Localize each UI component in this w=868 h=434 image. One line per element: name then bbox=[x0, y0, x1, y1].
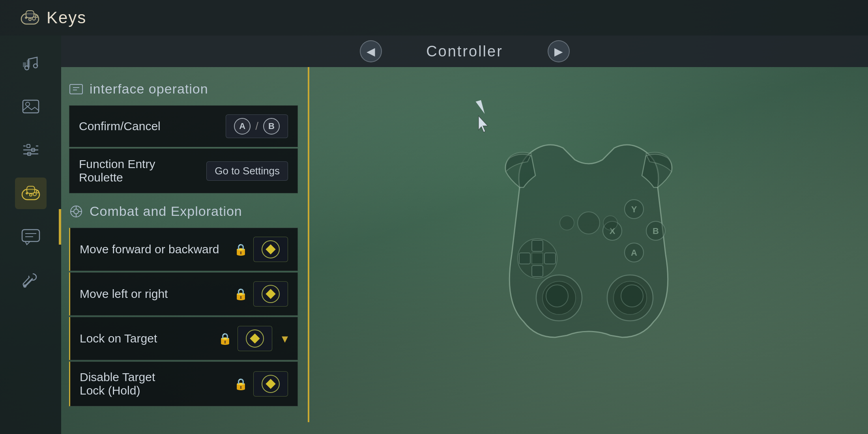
sidebar-item-music[interactable] bbox=[15, 47, 47, 79]
r-stick-badge-target: R bbox=[238, 326, 272, 351]
l-stick-badge-left: L bbox=[253, 281, 288, 307]
r-stick-target: R bbox=[246, 329, 264, 348]
binding-row-function[interactable]: Function EntryRoulette Go to Settings bbox=[69, 148, 298, 193]
header-title: Keys bbox=[0, 7, 86, 28]
svg-rect-39 bbox=[519, 253, 530, 264]
disable-lock-label: Disable TargetLock (Hold) bbox=[80, 370, 234, 397]
move-forward-label: Move forward or backward bbox=[80, 243, 234, 256]
nav-bar: ◀ Controller ▶ bbox=[61, 36, 868, 67]
gamepad-icon bbox=[20, 7, 40, 28]
svg-rect-37 bbox=[532, 240, 543, 251]
binding-row-confirm[interactable]: Confirm/Cancel A / B bbox=[69, 105, 298, 147]
svg-rect-41 bbox=[532, 253, 543, 264]
ab-button-badge: A / B bbox=[226, 114, 288, 138]
lock-icon-left: 🔒 bbox=[234, 288, 248, 301]
interface-section-title: interface operation bbox=[90, 81, 208, 97]
svg-rect-17 bbox=[27, 186, 35, 193]
svg-text:Y: Y bbox=[631, 204, 637, 214]
svg-rect-23 bbox=[22, 230, 39, 241]
header-bar: Keys bbox=[0, 0, 868, 36]
svg-point-56 bbox=[578, 212, 600, 234]
sidebar-item-chat[interactable] bbox=[15, 221, 47, 253]
lock-target-label: Lock on Target bbox=[80, 332, 218, 345]
go-to-settings-badge: Go to Settings bbox=[206, 161, 288, 181]
l-stick-left: L bbox=[262, 285, 280, 303]
settings-icon bbox=[21, 140, 41, 160]
nav-title: Controller bbox=[406, 43, 524, 60]
lock-icon-forward: 🔒 bbox=[234, 243, 248, 256]
r-stick-disable: R bbox=[262, 375, 280, 393]
function-entry-label: Function EntryRoulette bbox=[79, 157, 206, 184]
svg-rect-11 bbox=[23, 100, 39, 113]
dropdown-arrow-target[interactable]: ▾ bbox=[282, 331, 288, 346]
sidebar bbox=[0, 36, 61, 434]
svg-rect-10 bbox=[27, 60, 30, 67]
function-entry-keys: Go to Settings bbox=[206, 161, 288, 181]
a-button: A bbox=[234, 118, 251, 135]
sidebar-item-image[interactable] bbox=[15, 91, 47, 122]
confirm-cancel-keys: A / B bbox=[226, 114, 288, 138]
disable-lock-keys: 🔒 R bbox=[234, 371, 288, 397]
move-forward-keys: 🔒 L bbox=[234, 237, 288, 262]
binding-row-move-forward[interactable]: Move forward or backward 🔒 L bbox=[69, 228, 298, 271]
controller-icon-active bbox=[21, 183, 41, 204]
chat-icon bbox=[21, 226, 41, 247]
binding-row-disable-lock[interactable]: Disable TargetLock (Hold) 🔒 R bbox=[69, 361, 298, 406]
svg-point-57 bbox=[560, 216, 574, 230]
tools-icon bbox=[21, 270, 41, 290]
move-left-keys: 🔒 L bbox=[234, 281, 288, 307]
music-icon bbox=[21, 53, 41, 73]
combat-section-title: Combat and Exploration bbox=[90, 204, 242, 219]
sidebar-item-controller[interactable] bbox=[15, 178, 47, 209]
l-stick-forward: L bbox=[262, 240, 280, 258]
lock-icon-disable: 🔒 bbox=[234, 378, 248, 391]
svg-point-47 bbox=[621, 285, 643, 307]
header-title-text: Keys bbox=[47, 8, 86, 27]
binding-row-move-left[interactable]: Move left or right 🔒 L bbox=[69, 272, 298, 316]
sidebar-item-settings[interactable] bbox=[15, 134, 47, 166]
svg-text:A: A bbox=[631, 248, 637, 258]
combat-section-icon bbox=[69, 204, 83, 219]
binding-row-lock-target[interactable]: Lock on Target 🔒 R ▾ bbox=[69, 317, 298, 360]
svg-rect-40 bbox=[544, 253, 556, 264]
l-stick-badge-forward: L bbox=[253, 237, 288, 262]
dpad-visual bbox=[518, 239, 557, 278]
move-left-label: Move left or right bbox=[80, 287, 234, 301]
combat-section-header: Combat and Exploration bbox=[69, 197, 298, 225]
svg-point-58 bbox=[603, 216, 617, 230]
r-stick-badge-disable: R bbox=[253, 371, 288, 397]
controller-illustration: Y A B X bbox=[441, 116, 737, 385]
svg-rect-38 bbox=[532, 266, 543, 277]
svg-text:B: B bbox=[653, 226, 659, 236]
sidebar-item-tools[interactable] bbox=[15, 264, 47, 296]
svg-point-44 bbox=[546, 285, 568, 307]
vertical-divider bbox=[308, 67, 309, 422]
lock-icon-target: 🔒 bbox=[218, 332, 232, 345]
interface-section-icon bbox=[69, 82, 83, 96]
nav-next-button[interactable]: ▶ bbox=[548, 40, 570, 62]
go-to-settings-text: Go to Settings bbox=[215, 165, 280, 177]
controller-area: Y A B X bbox=[309, 67, 868, 434]
svg-point-12 bbox=[26, 102, 30, 106]
nav-prev-button[interactable]: ◀ bbox=[360, 40, 382, 62]
svg-rect-27 bbox=[70, 84, 82, 94]
svg-rect-13 bbox=[27, 144, 30, 148]
image-icon bbox=[21, 96, 41, 117]
interface-section-header: interface operation bbox=[69, 75, 298, 103]
main-content: interface operation Confirm/Cancel A / B… bbox=[61, 67, 306, 434]
confirm-cancel-label: Confirm/Cancel bbox=[79, 120, 226, 133]
svg-point-31 bbox=[74, 209, 79, 214]
svg-rect-9 bbox=[23, 62, 26, 67]
b-button: B bbox=[263, 118, 280, 135]
svg-rect-1 bbox=[26, 11, 34, 18]
sidebar-active-indicator bbox=[59, 209, 61, 245]
lock-target-keys: 🔒 R ▾ bbox=[218, 326, 288, 351]
